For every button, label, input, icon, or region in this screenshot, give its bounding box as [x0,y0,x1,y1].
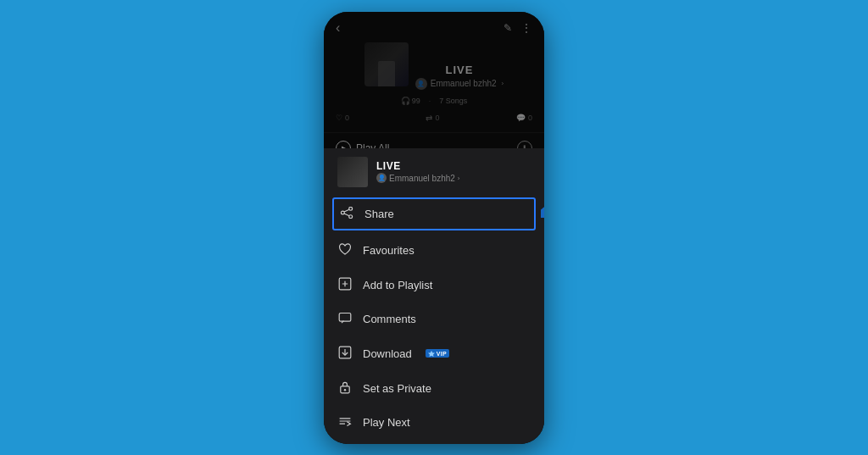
favourites-menu-item[interactable]: Favourites [324,234,544,268]
context-menu-list: Share [324,194,544,444]
phone-container: ‹ ✎ ⋮ LIVE 👤 Emmanuel bzhh2 [324,12,544,444]
context-header: LIVE 👤 Emmanuel bzhh2 › [324,148,544,194]
background: ‹ ✎ ⋮ LIVE 👤 Emmanuel bzhh2 [0,0,868,455]
svg-marker-12 [428,351,435,357]
context-menu-overlay: LIVE 👤 Emmanuel bzhh2 › [324,12,544,444]
comments-menu-label: Comments [363,313,416,325]
svg-point-0 [349,207,353,210]
context-artist-avatar: 👤 [376,173,387,183]
play-next-menu-item[interactable]: Play Next [324,406,544,439]
add-playlist-menu-label: Add to Playlist [363,279,432,291]
svg-line-3 [344,209,349,212]
context-thumbnail [337,157,368,187]
svg-point-14 [344,389,346,391]
svg-point-1 [349,214,353,218]
play-next-menu-label: Play Next [363,416,410,429]
heart-menu-icon [337,243,353,258]
context-track-title: LIVE [376,160,531,172]
lock-icon [337,380,353,397]
context-artist-name: Emmanuel bzhh2 [389,174,455,183]
set-private-menu-item[interactable]: Set as Private [324,371,544,406]
download-menu-label: Download [363,347,412,360]
favourites-menu-label: Favourites [363,244,415,257]
vip-badge: VIP [426,349,449,358]
play-next-icon [337,415,353,430]
svg-line-4 [344,213,349,215]
svg-rect-9 [339,313,351,321]
download-menu-icon [337,346,353,362]
svg-point-2 [341,211,344,214]
add-playlist-menu-item[interactable]: Add to Playlist [324,268,544,302]
comments-menu-icon [337,312,353,327]
share-menu-icon [339,207,354,221]
download-menu-item[interactable]: Download VIP [324,336,544,371]
set-private-menu-label: Set as Private [363,382,431,395]
share-menu-item[interactable]: Share [332,197,536,230]
context-artist-arrow: › [458,175,460,182]
comments-menu-item[interactable]: Comments [324,302,544,336]
share-menu-label: Share [364,208,394,220]
add-playlist-icon [337,277,353,293]
